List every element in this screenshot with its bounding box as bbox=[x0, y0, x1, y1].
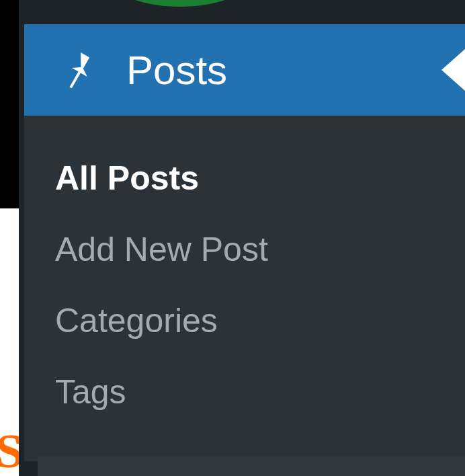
admin-sidebar: Posts All Posts Add New Post Categories … bbox=[19, 0, 465, 476]
posts-submenu: All Posts Add New Post Categories Tags bbox=[24, 116, 465, 461]
sidebar-item-posts-label: Posts bbox=[126, 47, 227, 93]
sidebar-top-dark bbox=[19, 0, 465, 24]
submenu-item-all-posts[interactable]: All Posts bbox=[24, 143, 465, 214]
partial-green-shape bbox=[116, 0, 244, 7]
sidebar-item-posts[interactable]: Posts bbox=[24, 24, 465, 116]
pin-icon bbox=[56, 48, 99, 91]
submenu-item-label: Add New Post bbox=[55, 231, 268, 268]
submenu-item-tags[interactable]: Tags bbox=[24, 356, 465, 428]
submenu-item-label: Tags bbox=[55, 373, 126, 411]
submenu-item-label: All Posts bbox=[55, 159, 199, 197]
submenu-item-categories[interactable]: Categories bbox=[24, 285, 465, 356]
submenu-item-label: Categories bbox=[55, 302, 218, 340]
left-black-strip bbox=[0, 0, 19, 208]
sidebar-bottom-strip bbox=[38, 456, 465, 476]
active-notch-icon bbox=[441, 48, 465, 91]
submenu-item-add-new-post[interactable]: Add New Post bbox=[24, 214, 465, 285]
